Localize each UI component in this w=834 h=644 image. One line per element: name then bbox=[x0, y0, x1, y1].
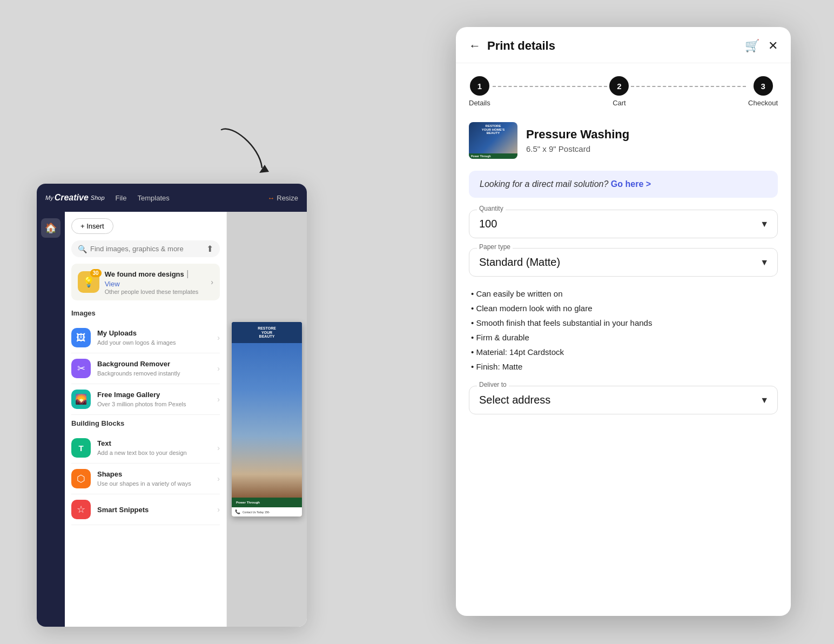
insert-button[interactable]: + Insert bbox=[71, 218, 113, 234]
upload-icon[interactable]: ⬆ bbox=[206, 244, 213, 254]
my-uploads-text: My Uploads Add your own logos & images bbox=[97, 329, 176, 347]
image-gallery-icon: 🌄 bbox=[71, 390, 91, 409]
search-icon: 🔍 bbox=[78, 245, 87, 253]
close-button[interactable]: ✕ bbox=[768, 39, 778, 53]
product-size: 6.5" x 9" Postcard bbox=[526, 144, 629, 153]
image-gallery-chevron-icon: › bbox=[217, 395, 220, 404]
building-blocks-section-title: Building Blocks bbox=[71, 419, 220, 427]
text-item-text: Text Add a new text box to your design bbox=[97, 439, 187, 457]
logo-creative: Creative bbox=[55, 193, 89, 203]
step-3-circle: 3 bbox=[754, 76, 773, 96]
step-2-circle: 2 bbox=[609, 76, 629, 96]
canvas-area: RESTORE YOUR BEAUTY Power Through 📞 Cont… bbox=[227, 212, 307, 627]
designs-chevron-icon: › bbox=[211, 278, 213, 286]
direct-mail-link[interactable]: Go here > bbox=[611, 179, 651, 189]
designs-icon: 💡 30 bbox=[78, 271, 99, 293]
quantity-field[interactable]: Quantity 100 ▼ bbox=[469, 210, 778, 238]
paper-type-dropdown-icon: ▼ bbox=[760, 258, 769, 267]
shapes-chevron-icon: › bbox=[217, 474, 220, 483]
bullet-1: • Clean modern look with no glare bbox=[471, 301, 776, 316]
bullet-3: • Firm & durable bbox=[471, 330, 776, 345]
deliver-to-field[interactable]: Deliver to Select address ▼ bbox=[469, 386, 778, 414]
postcard-header: RESTORE YOUR BEAUTY bbox=[232, 322, 302, 343]
print-details-modal: ← Print details 🛒 ✕ 1 Details 2 Cart 3 C… bbox=[456, 27, 791, 616]
nav-resize[interactable]: ↔ Resize bbox=[267, 194, 298, 202]
smart-snippets-icon: ☆ bbox=[71, 500, 91, 519]
sidebar-item-image-gallery[interactable]: 🌄 Free Image Gallery Over 3 million phot… bbox=[71, 384, 220, 415]
editor-topbar: My Creative Shop File Templates ↔ Resize bbox=[37, 184, 307, 212]
logo-shop: Shop bbox=[91, 194, 105, 201]
direct-mail-banner: Looking for a direct mail solution? Go h… bbox=[469, 171, 778, 198]
product-info: Pressure Washing 6.5" x 9" Postcard bbox=[526, 128, 629, 153]
paper-type-field[interactable]: Paper type Standard (Matte) ▼ bbox=[469, 248, 778, 277]
back-button[interactable]: ← bbox=[469, 39, 481, 53]
step-1-label: Details bbox=[469, 99, 490, 107]
step-2-label: Cart bbox=[613, 99, 626, 107]
bullet-4: • Material: 14pt Cardstock bbox=[471, 345, 776, 359]
step-2: 2 Cart bbox=[609, 76, 629, 107]
sidebar-home-icon[interactable]: 🏠 bbox=[41, 218, 60, 238]
image-gallery-text: Free Image Gallery Over 3 million photos… bbox=[97, 391, 186, 408]
features-list: • Can easily be written on • Clean moder… bbox=[469, 286, 778, 374]
sidebar-content: + Insert 🔍 ⬆ 💡 30 We found more designs bbox=[65, 212, 227, 627]
nav-templates[interactable]: Templates bbox=[137, 194, 169, 202]
search-bar: 🔍 ⬆ bbox=[71, 240, 220, 257]
bullet-0: • Can easily be written on bbox=[471, 286, 776, 301]
bg-remover-text: Background Remover Backgrounds removed i… bbox=[97, 360, 180, 378]
product-thumb-inner: RESTOREYOUR HOME'SBEAUTY Power Through bbox=[469, 122, 517, 159]
deliver-to-dropdown-icon: ▼ bbox=[760, 395, 769, 405]
product-card: RESTOREYOUR HOME'SBEAUTY Power Through P… bbox=[469, 122, 778, 159]
sidebar-item-shapes[interactable]: ⬡ Shapes Use our shapes in a variety of … bbox=[71, 464, 220, 494]
quantity-value: 100 bbox=[479, 218, 497, 230]
quantity-label: Quantity bbox=[477, 205, 506, 212]
quantity-dropdown-icon: ▼ bbox=[760, 219, 769, 229]
editor-sidebar: 🏠 + Insert 🔍 ⬆ 💡 30 bbox=[37, 212, 307, 627]
editor-logo: My Creative Shop bbox=[45, 193, 105, 203]
sidebar-item-my-uploads[interactable]: 🖼 My Uploads Add your own logos & images… bbox=[71, 323, 220, 353]
bg-remover-icon: ✂ bbox=[71, 359, 91, 378]
product-thumbnail: RESTOREYOUR HOME'SBEAUTY Power Through bbox=[469, 122, 517, 159]
bg-remover-chevron-icon: › bbox=[217, 364, 220, 373]
search-input[interactable] bbox=[90, 245, 203, 253]
smart-snippets-text: Smart Snippets bbox=[97, 506, 149, 514]
step-1: 1 Details bbox=[469, 76, 490, 107]
text-icon: T bbox=[71, 438, 91, 458]
designs-text: We found more designs | View Other peopl… bbox=[105, 269, 206, 295]
modal-header: ← Print details 🛒 ✕ bbox=[456, 27, 791, 63]
modal-title: Print details bbox=[487, 39, 745, 53]
paper-type-value: Standard (Matte) bbox=[479, 256, 560, 268]
deliver-to-label: Deliver to bbox=[477, 381, 509, 388]
product-thumb-banner: Power Through bbox=[469, 153, 517, 159]
bullet-2: • Smooth finish that feels substantial i… bbox=[471, 316, 776, 330]
postcard-cta: Power Through bbox=[232, 498, 302, 507]
sidebar-item-bg-remover[interactable]: ✂ Background Remover Backgrounds removed… bbox=[71, 353, 220, 384]
smart-snippets-chevron-icon: › bbox=[217, 505, 220, 514]
postcard-preview: RESTORE YOUR BEAUTY Power Through 📞 Cont… bbox=[232, 322, 302, 516]
paper-type-label: Paper type bbox=[477, 243, 513, 251]
editor-panel: My Creative Shop File Templates ↔ Resize… bbox=[37, 184, 307, 627]
step-line-2 bbox=[631, 86, 746, 87]
my-uploads-icon: 🖼 bbox=[71, 328, 91, 347]
logo-my: My bbox=[45, 194, 53, 201]
sidebar-item-text[interactable]: T Text Add a new text box to your design… bbox=[71, 433, 220, 464]
step-line-1 bbox=[493, 86, 608, 87]
shapes-icon: ⬡ bbox=[71, 469, 91, 488]
step-3-label: Checkout bbox=[748, 99, 778, 107]
designs-banner[interactable]: 💡 30 We found more designs | View Other … bbox=[71, 264, 220, 300]
text-chevron-icon: › bbox=[217, 444, 220, 452]
direct-mail-text: Looking for a direct mail solution? Go h… bbox=[480, 179, 651, 189]
stepper: 1 Details 2 Cart 3 Checkout bbox=[469, 76, 778, 107]
postcard-title: RESTORE YOUR BEAUTY bbox=[236, 326, 298, 339]
designs-badge: 30 bbox=[90, 269, 102, 277]
postcard-body bbox=[232, 343, 302, 498]
postcard-footer: 📞 Contact Us Today 156- bbox=[232, 507, 302, 516]
nav-file[interactable]: File bbox=[116, 194, 127, 202]
sidebar-item-smart-snippets[interactable]: ☆ Smart Snippets › bbox=[71, 494, 220, 525]
shapes-text: Shapes Use our shapes in a variety of wa… bbox=[97, 470, 191, 488]
step-1-circle: 1 bbox=[470, 76, 489, 96]
images-section-title: Images bbox=[71, 309, 220, 317]
product-name: Pressure Washing bbox=[526, 128, 629, 142]
modal-body: 1 Details 2 Cart 3 Checkout RESTOREYOUR … bbox=[456, 63, 791, 616]
cart-icon[interactable]: 🛒 bbox=[745, 39, 759, 53]
step-3: 3 Checkout bbox=[748, 76, 778, 107]
